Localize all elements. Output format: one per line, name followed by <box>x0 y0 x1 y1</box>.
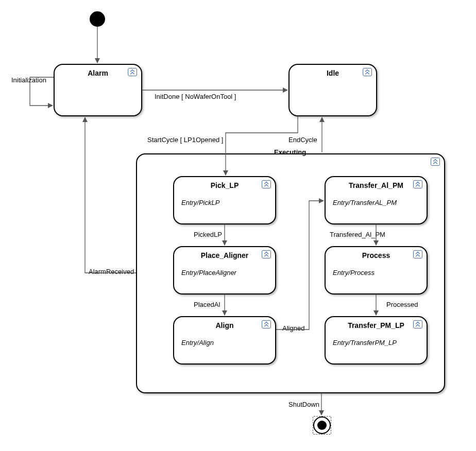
state-transfer-al-pm-title: Transfer_Al_PM <box>326 177 427 189</box>
state-align-entry: Entry/Align <box>174 339 275 346</box>
state-align-title: Align <box>174 317 275 329</box>
state-idle[interactable]: Idle <box>288 64 377 116</box>
label-placedal: PlacedAl <box>194 301 220 308</box>
label-initialization: Initialization <box>11 76 46 84</box>
label-transfered-al-pm: Transfered_Al_PM <box>330 231 385 238</box>
state-transfer-pm-lp[interactable]: Transfer_PM_LP Entry/TransferPM_LP <box>325 316 428 365</box>
expand-icon[interactable] <box>262 180 271 188</box>
state-transfer-pm-lp-title: Transfer_PM_LP <box>326 317 427 329</box>
state-alarm[interactable]: Alarm <box>54 64 142 116</box>
state-align[interactable]: Align Entry/Align <box>173 316 276 365</box>
label-initdone: InitDone [ NoWaferOnTool ] <box>155 93 236 100</box>
label-alarmreceived: AlarmReceived <box>89 268 134 275</box>
state-process-entry: Entry/Process <box>326 269 427 276</box>
state-pick-lp-title: Pick_LP <box>174 177 275 189</box>
state-process[interactable]: Process Entry/Process <box>325 246 428 294</box>
state-transfer-al-pm-entry: Entry/TransferAL_PM <box>326 199 427 206</box>
state-place-aligner[interactable]: Place_Aligner Entry/PlaceAligner <box>173 246 276 294</box>
expand-icon[interactable] <box>262 250 271 258</box>
label-processed: Processed <box>386 301 418 308</box>
label-shutdown: ShutDown <box>288 401 319 408</box>
state-place-aligner-title: Place_Aligner <box>174 247 275 259</box>
label-pickedlp: PickedLP <box>194 231 222 238</box>
label-startcycle: StartCycle [ LP1Opened ] <box>147 136 223 144</box>
state-transfer-al-pm[interactable]: Transfer_Al_PM Entry/TransferAL_PM <box>325 176 428 224</box>
expand-icon[interactable] <box>262 320 271 328</box>
state-process-title: Process <box>326 247 427 259</box>
state-pick-lp-entry: Entry/PickLP <box>174 199 275 206</box>
final-state <box>313 416 331 435</box>
state-place-aligner-entry: Entry/PlaceAligner <box>174 269 275 276</box>
expand-icon[interactable] <box>413 180 422 188</box>
label-endcycle: EndCycle <box>288 136 317 144</box>
expand-icon[interactable] <box>413 250 422 258</box>
label-aligned: Aligned <box>282 324 304 332</box>
state-transfer-pm-lp-entry: Entry/TransferPM_LP <box>326 339 427 346</box>
expand-icon[interactable] <box>413 320 422 328</box>
state-pick-lp[interactable]: Pick_LP Entry/PickLP <box>173 176 276 224</box>
state-diagram: Alarm Idle Executing Pick_LP Entry/PickL… <box>0 0 476 451</box>
expand-icon[interactable] <box>128 68 137 76</box>
expand-icon[interactable] <box>431 158 440 166</box>
state-executing-title: Executing <box>274 148 306 156</box>
expand-icon[interactable] <box>363 68 372 76</box>
initial-state <box>90 11 105 27</box>
